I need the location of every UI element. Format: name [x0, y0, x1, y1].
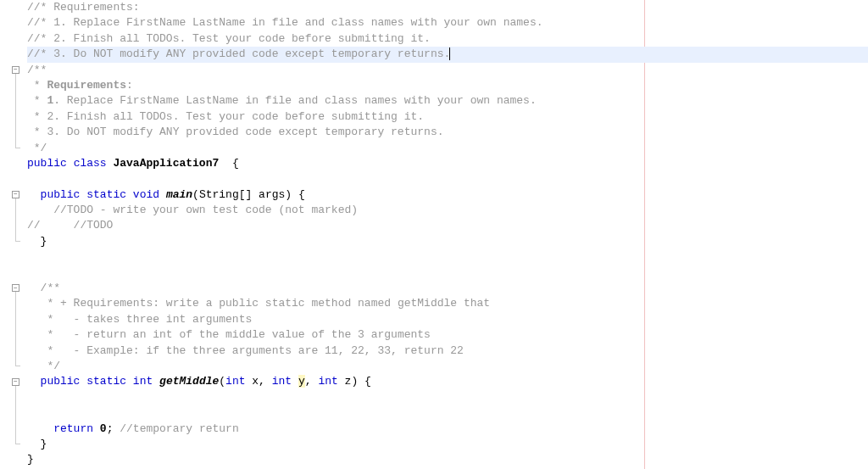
- code-line[interactable]: * + Requirements: write a public static …: [27, 296, 868, 311]
- code-token: //temporary return: [120, 422, 238, 435]
- code-line[interactable]: public class JavaApplication7 {: [27, 156, 868, 171]
- code-token: * 2. Finish all TODOs. Test your code be…: [27, 110, 424, 123]
- code-line[interactable]: }: [27, 452, 868, 467]
- code-line[interactable]: //* Requirements:: [27, 0, 868, 15]
- code-token: //* Requirements:: [27, 1, 140, 14]
- code-token: . Replace FirstName LastName in file and…: [53, 94, 537, 107]
- code-line[interactable]: return 0; //temporary return: [27, 422, 868, 437]
- code-token: /**: [41, 282, 60, 294]
- code-line[interactable]: * 3. Do NOT modify ANY provided code exc…: [27, 125, 868, 140]
- code-line[interactable]: */: [27, 141, 868, 156]
- code-token: [159, 188, 166, 201]
- code-token: Requirements: [47, 79, 126, 92]
- fold-guide-line: [15, 386, 16, 444]
- fold-toggle-icon[interactable]: −: [12, 284, 19, 292]
- code-token: * - takes three int arguments: [41, 313, 253, 326]
- code-line[interactable]: public static void main(String[] args) {: [27, 187, 868, 203]
- code-token: * 3. Do NOT modify ANY provided code exc…: [27, 126, 443, 138]
- code-editor[interactable]: −−−− //* Requirements://* 1. Replace Fir…: [0, 0, 868, 469]
- code-token: }: [41, 438, 47, 450]
- code-token: (String[] args) {: [192, 188, 305, 201]
- code-token: static: [86, 375, 126, 388]
- code-line[interactable]: //* 3. Do NOT modify ANY provided code e…: [27, 47, 868, 62]
- fold-toggle-icon[interactable]: −: [12, 191, 19, 198]
- code-token: public: [41, 188, 81, 201]
- code-token: y: [298, 375, 305, 388]
- fold-end-tick: [15, 148, 20, 148]
- code-line[interactable]: [27, 249, 868, 265]
- code-token: ,: [305, 375, 319, 388]
- code-line[interactable]: [27, 405, 868, 421]
- code-token: z) {: [338, 375, 371, 388]
- code-token: }: [41, 235, 47, 248]
- code-token: */: [41, 360, 60, 372]
- code-token: [292, 375, 298, 388]
- code-line[interactable]: }: [27, 437, 868, 452]
- code-token: class: [74, 157, 107, 170]
- code-token: [126, 375, 133, 388]
- code-line[interactable]: [27, 171, 868, 187]
- code-line[interactable]: * 1. Replace FirstName LastName in file …: [27, 93, 868, 109]
- code-token: [153, 375, 159, 388]
- code-line[interactable]: [27, 265, 868, 281]
- code-token: }: [27, 453, 34, 466]
- code-line[interactable]: * Requirements:: [27, 78, 868, 93]
- code-token: static: [86, 188, 126, 201]
- code-line[interactable]: }: [27, 234, 868, 249]
- code-token: public: [41, 375, 81, 388]
- code-token: getMiddle: [159, 375, 219, 388]
- code-token: * + Requirements: write a public static …: [41, 297, 491, 310]
- code-token: // //TODO: [27, 219, 113, 232]
- code-token: [67, 157, 74, 170]
- code-token: int: [133, 375, 153, 388]
- fold-guide-line: [15, 292, 16, 366]
- code-line[interactable]: * 2. Finish all TODOs. Test your code be…: [27, 109, 868, 125]
- fold-end-tick: [15, 444, 20, 444]
- editor-gutter: −−−−: [0, 0, 24, 469]
- code-token: void: [133, 188, 159, 201]
- code-token: /**: [27, 64, 47, 76]
- code-line[interactable]: public static int getMiddle(int x, int y…: [27, 374, 868, 389]
- code-line[interactable]: //* 2. Finish all TODOs. Test your code …: [27, 31, 868, 47]
- code-token: {: [219, 157, 238, 170]
- code-token: * - Example: if the three arguments are …: [41, 344, 464, 357]
- code-line[interactable]: /**: [27, 281, 868, 296]
- code-token: //TODO - write your own test code (not m…: [53, 204, 358, 216]
- code-token: //* 1. Replace FirstName LastName in fil…: [27, 16, 543, 29]
- fold-end-tick: [15, 366, 20, 366]
- code-token: :: [126, 79, 133, 92]
- fold-guide-line: [15, 74, 16, 148]
- code-token: public: [27, 157, 67, 170]
- code-line[interactable]: //TODO - write your own test code (not m…: [27, 203, 868, 218]
- code-line[interactable]: [27, 390, 868, 405]
- code-line[interactable]: * - return an int of the middle value of…: [27, 327, 868, 343]
- code-token: */: [27, 142, 47, 154]
- code-token: *: [27, 94, 47, 107]
- code-line[interactable]: /**: [27, 63, 868, 78]
- fold-guide-line: [15, 198, 16, 241]
- code-line[interactable]: */: [27, 359, 868, 374]
- code-area[interactable]: //* Requirements://* 1. Replace FirstNam…: [24, 0, 868, 469]
- code-token: return: [53, 422, 93, 435]
- code-line[interactable]: * - takes three int arguments: [27, 312, 868, 327]
- fold-toggle-icon[interactable]: −: [12, 66, 19, 74]
- fold-toggle-icon[interactable]: −: [12, 378, 19, 386]
- code-token: 0: [100, 422, 107, 435]
- code-line[interactable]: // //TODO: [27, 218, 868, 233]
- fold-end-tick: [15, 241, 20, 242]
- code-token: *: [27, 79, 47, 92]
- code-line[interactable]: * - Example: if the three arguments are …: [27, 343, 868, 359]
- code-line[interactable]: //* 1. Replace FirstName LastName in fil…: [27, 15, 868, 31]
- code-token: int: [272, 375, 292, 388]
- code-token: x,: [246, 375, 272, 388]
- code-token: JavaApplication7: [113, 157, 219, 170]
- code-token: main: [166, 188, 192, 201]
- code-token: int: [225, 375, 245, 388]
- code-token: int: [318, 375, 337, 388]
- code-token: * - return an int of the middle value of…: [41, 328, 431, 341]
- code-token: [126, 188, 133, 201]
- text-cursor: [449, 47, 450, 60]
- code-token: //* 2. Finish all TODOs. Test your code …: [27, 32, 431, 45]
- code-token: ;: [107, 422, 120, 435]
- code-token: //* 3. Do NOT modify ANY provided code e…: [27, 47, 450, 60]
